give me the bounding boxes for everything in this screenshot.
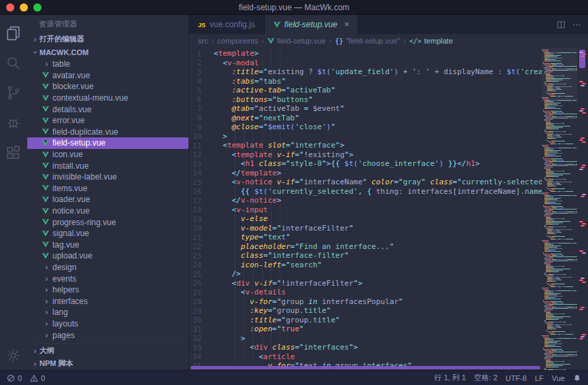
minimap-line xyxy=(542,161,577,162)
tree-item-items-vue[interactable]: items.vue xyxy=(27,183,189,195)
line-number: 9 xyxy=(189,123,214,131)
split-editor-icon[interactable] xyxy=(557,20,566,29)
minimap-line xyxy=(542,239,577,239)
minimap-line xyxy=(542,247,577,248)
minimap[interactable] xyxy=(542,48,577,370)
breadcrumb-item-components[interactable]: components xyxy=(217,37,258,45)
tree-item-design[interactable]: ›design xyxy=(27,262,189,273)
code-text: :open="true" xyxy=(214,324,542,333)
status-errors[interactable]: 0 xyxy=(7,374,22,382)
code-text: </template> xyxy=(214,169,542,178)
activity-item-extensions[interactable] xyxy=(0,137,27,167)
tree-item-avatar-vue[interactable]: avatar.vue xyxy=(27,70,189,82)
activity-item-source-control[interactable] xyxy=(0,78,27,107)
sidebar-section-大纲[interactable]: ›大纲 xyxy=(27,344,189,357)
status-item[interactable]: UTF-8 xyxy=(506,374,527,382)
tree-item-contextual-menu-vue[interactable]: contextual-menu.vue xyxy=(27,93,189,104)
tree-item-signal-vue[interactable]: signal.vue xyxy=(27,228,189,239)
vertical-scrollbar[interactable] xyxy=(577,48,588,370)
minimap-line xyxy=(542,194,577,195)
minimap-line xyxy=(542,205,577,205)
tree-item-table[interactable]: ›table xyxy=(27,58,189,70)
activity-item-debug[interactable] xyxy=(0,107,27,137)
tab-field-setup-vue[interactable]: field-setup.vue× xyxy=(265,15,359,34)
minimize-window-button[interactable] xyxy=(20,3,28,12)
activity-item-explorer[interactable] xyxy=(0,18,27,48)
more-actions-icon[interactable] xyxy=(572,20,581,29)
project-root-section[interactable]: › MACWK.COM xyxy=(27,46,189,58)
minimap-line xyxy=(542,114,577,114)
ruler-mark xyxy=(579,309,583,310)
minimap-line xyxy=(542,142,577,143)
minimap-line xyxy=(542,261,577,261)
ruler-mark xyxy=(579,169,583,170)
tree-item-loader-vue[interactable]: loader.vue xyxy=(27,194,189,205)
line-number: 6 xyxy=(189,95,214,103)
minimap-line xyxy=(542,271,577,272)
code-line: 6 :buttons="buttons" xyxy=(189,95,542,105)
zoom-window-button[interactable] xyxy=(33,3,42,12)
tree-item-error-vue[interactable]: error.vue xyxy=(27,115,189,127)
tree-item-tag-vue[interactable]: tag.vue xyxy=(27,239,189,251)
minimap-line xyxy=(542,179,577,180)
line-number: 8 xyxy=(189,114,214,122)
vue-file-icon xyxy=(42,185,52,191)
tree-item-install-vue[interactable]: install.vue xyxy=(27,160,189,171)
minimap-line xyxy=(542,191,577,192)
tree-item-invisible-label-vue[interactable]: invisible-label.vue xyxy=(27,171,189,183)
horizontal-scrollbar[interactable] xyxy=(191,366,540,369)
tab-vue-config-js[interactable]: JSvue.config.js xyxy=(189,15,265,34)
breadcrumb-item-field-setup-vue[interactable]: field-setup.vue xyxy=(267,37,326,45)
tree-item-field-duplicate-vue[interactable]: field-duplicate.vue xyxy=(27,127,189,138)
minimap-slider[interactable] xyxy=(542,48,577,102)
code-text: v-for="group in interfacesPopular" xyxy=(214,297,542,306)
status-item[interactable]: Vue xyxy=(552,374,565,382)
tree-item-icon-vue[interactable]: icon.vue xyxy=(27,149,189,161)
status-item[interactable]: 行 1, 列 1 xyxy=(434,373,466,383)
sidebar-section-NPM 脚本[interactable]: ›NPM 脚本 xyxy=(27,357,189,370)
minimap-line xyxy=(542,360,577,361)
tree-item-details-vue[interactable]: details.vue xyxy=(27,103,189,115)
minimap-line xyxy=(542,319,577,320)
minimap-line xyxy=(542,297,577,298)
tree-item-upload-vue[interactable]: upload.vue xyxy=(27,250,189,262)
tree-item-label: progress-ring.vue xyxy=(52,218,116,227)
tree-item-field-setup-vue[interactable]: field-setup.vue xyxy=(27,137,189,149)
tree-item-pages[interactable]: ›pages xyxy=(27,329,189,341)
tree-item-helpers[interactable]: ›helpers xyxy=(27,284,189,296)
status-bell[interactable] xyxy=(573,374,581,382)
status-warnings[interactable]: 0 xyxy=(30,374,45,382)
minimap-line xyxy=(542,207,577,208)
minimap-line xyxy=(542,168,577,169)
open-editors-section[interactable]: › 打开的编辑器 xyxy=(27,33,189,46)
activity-item-settings[interactable] xyxy=(0,340,27,370)
close-tab-icon[interactable]: × xyxy=(344,21,350,28)
minimap-line xyxy=(542,199,577,200)
breadcrumb-item-src[interactable]: src xyxy=(198,37,208,45)
close-window-button[interactable] xyxy=(6,3,14,12)
tree-item-events[interactable]: ›events xyxy=(27,273,189,284)
minimap-line xyxy=(542,231,577,231)
vscode-window: field-setup.vue — MacWk.com 资源管理器 › 打开的编… xyxy=(0,0,588,385)
minimap-line xyxy=(542,163,577,163)
minimap-line xyxy=(542,277,577,278)
ruler-mark xyxy=(581,225,585,227)
tree-item-progress-ring-vue[interactable]: progress-ring.vue xyxy=(27,216,189,228)
breadcrumb-item-template[interactable]: </>template xyxy=(409,37,453,45)
minimap-line xyxy=(542,175,577,175)
tree-item-label: notice.vue xyxy=(52,206,90,216)
tree-item-layouts[interactable]: ›layouts xyxy=(27,318,189,330)
status-item[interactable]: LF xyxy=(535,374,544,382)
status-item[interactable]: 空格: 2 xyxy=(474,373,497,383)
tree-item-interfaces[interactable]: ›interfaces xyxy=(27,295,189,307)
activity-item-search[interactable] xyxy=(0,48,27,78)
tree-item-lang[interactable]: ›lang xyxy=(27,307,189,318)
tree-item-notice-vue[interactable]: notice.vue xyxy=(27,205,189,217)
breadcrumb-item--field-setup-vue-[interactable]: {}"field-setup.vue" xyxy=(335,37,399,45)
line-number: 24 xyxy=(189,261,214,269)
ruler-mark xyxy=(581,85,585,86)
line-number: 18 xyxy=(189,205,214,214)
activity-bar-bottom xyxy=(0,340,27,370)
tree-item-blocker-vue[interactable]: blocker.vue xyxy=(27,81,189,93)
code-editor[interactable]: 1<template>2 <v-modal3 :title="existing … xyxy=(189,48,542,370)
